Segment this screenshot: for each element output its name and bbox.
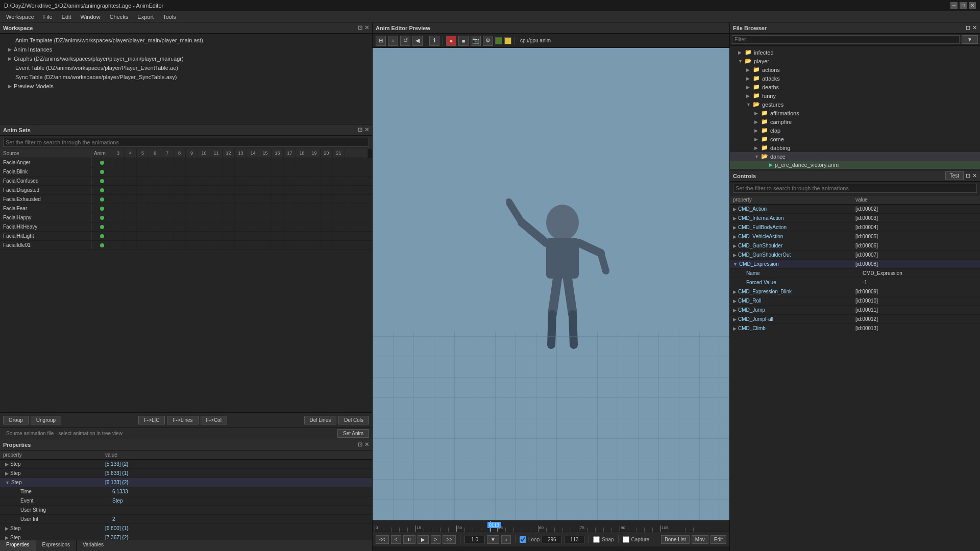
tree-item-campfire[interactable]: ▶ 📁 campfire [730, 117, 980, 126]
tree-item-attacks[interactable]: ▶ 📁 attacks [730, 74, 980, 83]
ctrl-row-cmd-expression-blink[interactable]: ▶CMD_Expression_Blink [id:00009] [730, 287, 980, 296]
group-button[interactable]: Group [3, 416, 29, 424]
menu-item-file[interactable]: File [39, 13, 57, 21]
tree-item-infected[interactable]: ▶ 📁 infected [730, 48, 980, 57]
tree-item-funny[interactable]: ▶ 📁 funny [730, 91, 980, 100]
forward-button[interactable]: >> [443, 535, 456, 544]
tree-item-player[interactable]: ▼ 📂 player [730, 57, 980, 65]
prev-button[interactable]: < [391, 535, 401, 544]
workspace-item-5[interactable]: ▶Preview Models [0, 82, 372, 91]
flc-button[interactable]: F->L|C [138, 416, 165, 424]
menu-item-tools[interactable]: Tools [159, 13, 180, 21]
ctrl-row-cmd-roll[interactable]: ▶CMD_Roll [id:00010] [730, 296, 980, 306]
tree-item-affirmations[interactable]: ▶ 📁 affirmations [730, 109, 980, 117]
file-browser-dropdown[interactable]: ▼ [962, 35, 978, 44]
ctrl-row-cmd-vehicle-action[interactable]: ▶CMD_VehicleAction [id:00005] [730, 232, 980, 241]
ungroup-button[interactable]: Ungroup [31, 416, 61, 424]
ctrl-row-cmd-jump-fall[interactable]: ▶CMD_JumpFall [id:00012] [730, 315, 980, 324]
tree-item-clap[interactable]: ▶ 📁 clap [730, 126, 980, 135]
test-button[interactable]: Test [945, 171, 964, 180]
close-button[interactable]: ✕ [969, 2, 976, 9]
rewind-button[interactable]: << [376, 535, 389, 544]
ctrl-row-cmd-climb[interactable]: ▶CMD_Climb [id:00013] [730, 324, 980, 333]
anim-row-1[interactable]: FacialBlink [0, 167, 372, 177]
anim-row-2[interactable]: FacialConfused [0, 177, 372, 186]
play-button[interactable]: ▶ [418, 535, 429, 544]
tree-item-actions[interactable]: ▶ 📁 actions [730, 65, 980, 74]
del-cols-button[interactable]: Del Cols [338, 416, 369, 424]
pause-button[interactable]: ⏸ [403, 535, 415, 544]
workspace-item-0[interactable]: Anim Template (DZ/anims/workspaces/playe… [0, 36, 372, 45]
fcol-button[interactable]: F->Col [201, 416, 227, 424]
menu-item-window[interactable]: Window [77, 13, 105, 21]
anim-row-8[interactable]: FacialHitLight [0, 232, 372, 241]
workspace-item-1[interactable]: ▶Anim Instances [0, 45, 372, 54]
edit-button[interactable]: Edit [710, 535, 726, 544]
speed-dropdown[interactable]: ▼ [487, 535, 499, 544]
menu-item-export[interactable]: Export [133, 13, 158, 21]
bone-list-button[interactable]: Bone List [661, 535, 690, 544]
del-lines-button[interactable]: Del Lines [304, 416, 337, 424]
workspace-item-4[interactable]: Sync Table (DZ/anims/workspaces/player/P… [0, 72, 372, 82]
menu-item-edit[interactable]: Edit [58, 13, 76, 21]
menu-item-workspace[interactable]: Workspace [2, 13, 38, 21]
metronome-button[interactable]: ♪ [501, 535, 511, 544]
tree-item-come[interactable]: ▶ 📁 come [730, 135, 980, 143]
anim-row-6[interactable]: FacialHappy [0, 213, 372, 222]
set-anim-button[interactable]: Set Anim [337, 429, 369, 438]
animsets-search-input[interactable] [3, 138, 369, 147]
workspace-item-3[interactable]: Event Table (DZ/anims/workspaces/player/… [0, 63, 372, 72]
grid-view-button[interactable]: ⊞ [376, 36, 386, 46]
ctrl-row-cmd-gun-shoulder[interactable]: ▶CMD_GunShoulder [id:00006] [730, 241, 980, 251]
file-browser-search[interactable] [732, 35, 960, 44]
stop-button[interactable]: ■ [458, 36, 469, 46]
props-row-step5[interactable]: ▶Step [7.367] {2} [0, 533, 372, 540]
frame-val-input[interactable] [542, 536, 562, 543]
tree-item-dabbing[interactable]: ▶ 📁 dabbing [730, 143, 980, 152]
anim-table-scrollbar[interactable] [367, 149, 372, 158]
ctrl-row-cmd-expression[interactable]: ▼CMD_Expression [id:00008] [730, 260, 980, 269]
ctrl-row-cmd-internal-action[interactable]: ▶CMD_InternalAction [id:00003] [730, 214, 980, 223]
anim-row-9[interactable]: FacialIdle01 [0, 241, 372, 250]
refresh-button[interactable]: ↺ [400, 36, 410, 46]
ctrl-row-cmd-jump[interactable]: ▶CMD_Jump [id:00011] [730, 306, 980, 315]
back-button[interactable]: ◀ [412, 36, 423, 46]
record-button[interactable]: ● [446, 36, 456, 46]
snap-checkbox[interactable] [593, 536, 600, 543]
ctrl-row-cmd-gun-shoulder-out[interactable]: ▶CMD_GunShoulderOut [id:00007] [730, 251, 980, 260]
tab-expressions[interactable]: Expressions [36, 540, 77, 551]
add-button[interactable]: + [388, 36, 398, 46]
props-row-step1[interactable]: ▶Step [5.133] {2} [0, 460, 372, 469]
flines-button[interactable]: F->Lines [167, 416, 198, 424]
mov-button[interactable]: Mov [692, 535, 708, 544]
anim-row-5[interactable]: FacialFear [0, 204, 372, 213]
anim-row-3[interactable]: FacialDisgusted [0, 186, 372, 195]
minimize-button[interactable]: ─ [950, 2, 958, 9]
anim-row-4[interactable]: FacialExhausted [0, 195, 372, 204]
tree-item-dance[interactable]: ▼ 📂 dance [730, 152, 980, 161]
frame-val2-input[interactable] [564, 536, 584, 543]
tree-item-dance-victory-anm[interactable]: ▶ ▶ p_erc_dance_victory.anm [730, 161, 980, 169]
tree-item-deaths[interactable]: ▶ 📁 deaths [730, 83, 980, 91]
camera-button[interactable]: 📷 [471, 36, 481, 46]
anim-row-0[interactable]: FacialAnger [0, 158, 372, 167]
props-row-step3[interactable]: ▼Step [6.133] {2} [0, 478, 372, 487]
workspace-item-2[interactable]: ▶Graphs (DZ/anims/workspaces/player/play… [0, 54, 372, 63]
settings-button[interactable]: ⚙ [483, 36, 493, 46]
tree-item-dance-victory-txa[interactable]: ▶ ■ p_erc_dance_victory.txa [730, 169, 980, 170]
props-row-step2[interactable]: ▶Step [5.633] {1} [0, 469, 372, 478]
speed-input[interactable] [464, 536, 485, 543]
menu-item-checks[interactable]: Checks [106, 13, 133, 21]
controls-search-input[interactable] [733, 184, 977, 193]
next-button[interactable]: > [431, 535, 441, 544]
capture-checkbox[interactable] [623, 536, 629, 543]
ctrl-row-cmd-action[interactable]: ▶CMD_Action [id:00002] [730, 205, 980, 214]
info-button[interactable]: ℹ [429, 36, 439, 46]
tree-item-gestures[interactable]: ▼ 📂 gestures [730, 100, 980, 109]
ctrl-row-cmd-full-body-action[interactable]: ▶CMD_FullBodyAction [id:00004] [730, 223, 980, 232]
maximize-button[interactable]: □ [960, 2, 967, 9]
tab-variables[interactable]: Variables [77, 540, 110, 551]
loop-checkbox[interactable] [520, 536, 526, 543]
anim-row-7[interactable]: FacialHitHeavy [0, 222, 372, 232]
props-row-step4[interactable]: ▶Step [6.800] {1} [0, 524, 372, 533]
